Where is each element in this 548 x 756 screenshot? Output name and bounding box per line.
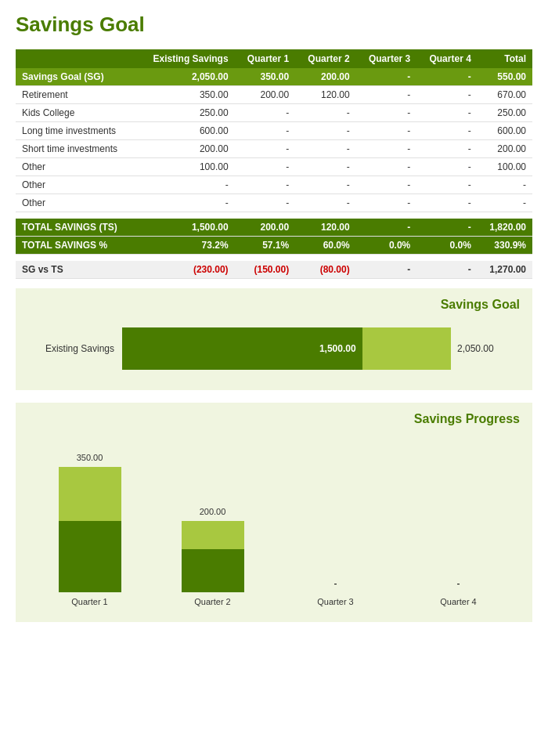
v-bar-group: -Quarter 3: [285, 451, 387, 606]
v-bar-xlabel: Quarter 4: [440, 597, 476, 606]
savings-table: Existing Savings Quarter 1 Quarter 2 Qua…: [16, 49, 532, 279]
v-bar-wrapper: -: [285, 451, 387, 592]
v-bar-actual: [182, 549, 244, 592]
col-header-existing: Existing Savings: [136, 49, 234, 68]
v-bar-dash-label: -: [285, 578, 387, 592]
sg-label: Savings Goal (SG): [16, 68, 136, 86]
v-bar-goal-label: 350.00: [59, 453, 121, 462]
v-bar-group: 200.00350.00Quarter 1: [39, 451, 141, 606]
sg-q2: 200.00: [295, 68, 356, 86]
col-header-q4: Quarter 4: [416, 49, 478, 68]
table-row: Other------: [16, 176, 532, 194]
table-row: Long time investments600.00----600.00: [16, 122, 532, 140]
v-bar-xlabel: Quarter 3: [317, 597, 353, 606]
bar-container: 1,500.00 2,050.00: [122, 327, 520, 370]
v-bar-actual: [59, 521, 121, 592]
table-row: Short time investments200.00----200.00: [16, 140, 532, 158]
table-header-row: Existing Savings Quarter 1 Quarter 2 Qua…: [16, 49, 532, 68]
v-bar-wrapper: -: [408, 451, 510, 592]
v-bar-xlabel: Quarter 2: [194, 597, 230, 606]
table-row-row-total-savings: TOTAL SAVINGS (TS)1,500.00200.00120.00--…: [16, 219, 532, 237]
sg-q1: 350.00: [235, 68, 296, 86]
col-header-q1: Quarter 1: [235, 49, 296, 68]
savings-progress-title: Savings Progress: [28, 412, 520, 426]
savings-progress-chart: Savings Progress 200.00350.00Quarter 112…: [16, 403, 532, 622]
v-bar-wrapper: 200.00350.00: [39, 451, 141, 592]
horizontal-bar-chart: Existing Savings 1,500.00 2,050.00: [28, 320, 520, 378]
savings-goal-chart-title: Savings Goal: [28, 298, 520, 312]
col-header-total: Total: [478, 49, 532, 68]
bar-goal-value: 2,050.00: [457, 343, 494, 354]
bar-label: Existing Savings: [28, 343, 114, 354]
table-row-row-total-pct: TOTAL SAVINGS %73.2%57.1%60.0%0.0%0.0%33…: [16, 237, 532, 255]
bar-actual-value: 1,500.00: [319, 343, 356, 354]
v-bar-group: 120.00200.00Quarter 2: [162, 451, 264, 606]
sg-vs-ts-row: SG vs TS(230.00)(150.00)(80.00)--1,270.0…: [16, 261, 532, 279]
sg-q4: -: [416, 68, 478, 86]
col-header-q3: Quarter 3: [356, 49, 417, 68]
table-row: Other100.00----100.00: [16, 158, 532, 176]
v-bar-xlabel: Quarter 1: [71, 597, 107, 606]
savings-goal-row: Savings Goal (SG) 2,050.00 350.00 200.00…: [16, 68, 532, 86]
sg-existing: 2,050.00: [136, 68, 234, 86]
table-row: Retirement350.00200.00120.00--670.00: [16, 86, 532, 104]
sg-total: 550.00: [478, 68, 532, 86]
table-row: Kids College250.00----250.00: [16, 104, 532, 122]
table-row: Other------: [16, 194, 532, 212]
page-title: Savings Goal: [16, 13, 532, 37]
v-bar-group: -Quarter 4: [408, 451, 510, 606]
bar-light: [362, 327, 451, 370]
v-bar-goal-label: 200.00: [182, 507, 244, 516]
vertical-bar-chart: 200.00350.00Quarter 1120.00200.00Quarter…: [28, 434, 520, 606]
col-header-q2: Quarter 2: [295, 49, 356, 68]
bar-dark: 1,500.00: [122, 327, 362, 370]
savings-goal-chart: Savings Goal Existing Savings 1,500.00 2…: [16, 288, 532, 390]
col-header-label: [16, 49, 136, 68]
sg-q3: -: [356, 68, 417, 86]
v-bar-wrapper: 120.00200.00: [162, 451, 264, 592]
v-bar-dash-label: -: [408, 578, 510, 592]
